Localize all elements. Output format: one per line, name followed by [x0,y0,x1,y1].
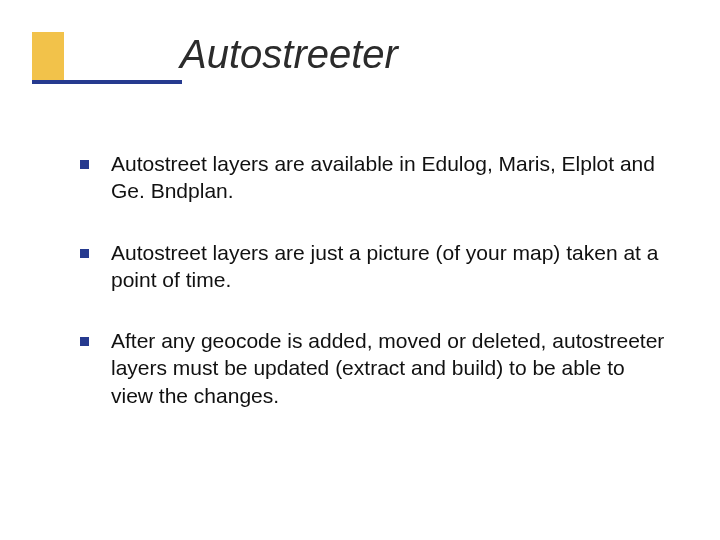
accent-underline [32,80,182,84]
list-item: Autostreet layers are just a picture (of… [80,239,670,294]
square-bullet-icon [80,160,89,169]
slide-title: Autostreeter [180,32,680,76]
bullet-text: Autostreet layers are available in Edulo… [111,150,670,205]
list-item: After any geocode is added, moved or del… [80,327,670,409]
bullet-text: Autostreet layers are just a picture (of… [111,239,670,294]
list-item: Autostreet layers are available in Edulo… [80,150,670,205]
accent-bar [32,32,64,80]
bullet-text: After any geocode is added, moved or del… [111,327,670,409]
square-bullet-icon [80,337,89,346]
slide: Autostreeter Autostreet layers are avail… [0,0,720,540]
slide-body: Autostreet layers are available in Edulo… [80,150,670,443]
square-bullet-icon [80,249,89,258]
